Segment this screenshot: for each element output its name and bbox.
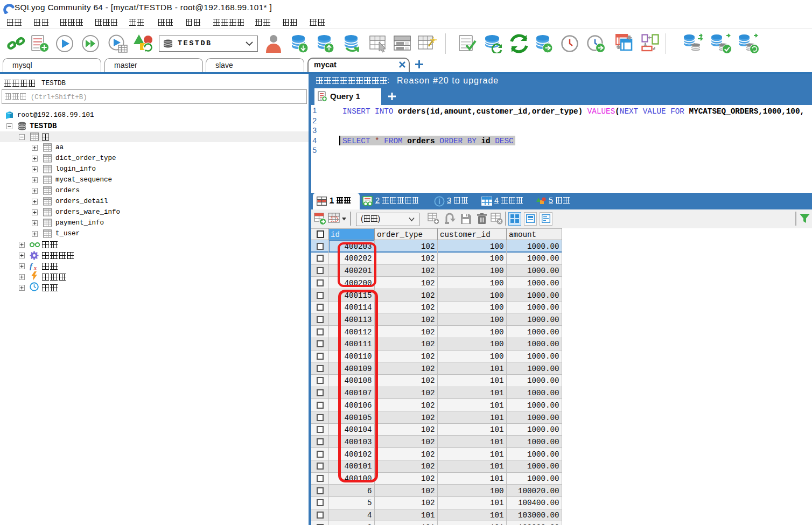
svg-text:x: x [33,265,37,270]
svg-text:f: f [30,262,33,270]
